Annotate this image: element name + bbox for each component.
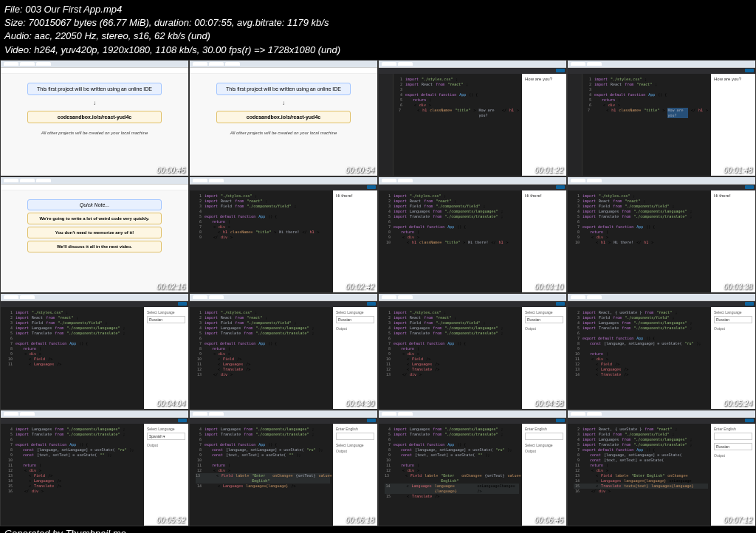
thumb-12[interactable]: 2import React, { useState } from "react"… xyxy=(567,293,756,410)
slide-note: All other projects will be created on yo… xyxy=(41,131,148,135)
thumb-6[interactable]: 1import "./styles.css"; 2import React fr… xyxy=(189,176,378,293)
timestamp: 00:03:10 xyxy=(535,283,563,291)
timestamp: 00:01:22 xyxy=(535,166,563,174)
timestamp: 00:01:48 xyxy=(724,166,752,174)
thumb-15[interactable]: 4import Languages from "./components/lan… xyxy=(378,410,567,526)
slide-title: This first project will be written using… xyxy=(27,83,162,95)
thumb-4[interactable]: 1import "./styles.css"; 2import React fr… xyxy=(567,60,756,176)
thumb-9[interactable]: 1import "./styles.css"; 2import React fr… xyxy=(0,293,189,410)
timestamp: 00:06:46 xyxy=(535,516,563,524)
timestamp: 00:07:12 xyxy=(724,516,752,524)
thumb-16[interactable]: 2import React, { useState } from "react"… xyxy=(567,410,756,526)
thumb-3[interactable]: 1import "./styles.css"; 2import React fr… xyxy=(378,60,567,176)
timestamp: 00:04:58 xyxy=(535,399,563,408)
audio-line: Audio: aac, 22050 Hz, stereo, s16, 62 kb… xyxy=(4,30,752,43)
thumb-10[interactable]: 1import "./styles.css"; 2import React fr… xyxy=(189,293,378,410)
thumb-7[interactable]: 1import "./styles.css"; 2import React fr… xyxy=(378,176,567,293)
file-line: File: 003 Our First App.mp4 xyxy=(4,3,752,16)
timestamp: 00:05:24 xyxy=(724,399,752,408)
thumb-11[interactable]: 1import "./styles.css"; 2import React fr… xyxy=(378,293,567,410)
size-line: Size: 70015067 bytes (66.77 MiB), durati… xyxy=(4,16,752,30)
arrow-down-icon: ↓ xyxy=(93,100,96,106)
metadata-header: File: 003 Our First App.mp4 Size: 700150… xyxy=(0,0,756,60)
thumb-5[interactable]: Quick Note... We're going to write a lot… xyxy=(0,176,189,293)
thumbnail-grid: This first project will be written using… xyxy=(0,60,756,526)
timestamp: 00:00:54 xyxy=(346,166,374,174)
slide-url: codesandbox.io/s/react-yud4c xyxy=(27,111,162,123)
timestamp: 00:00:46 xyxy=(157,166,185,174)
timestamp: 00:02:42 xyxy=(346,283,374,291)
timestamp: 00:04:04 xyxy=(157,399,185,408)
preview-pane: How are you? xyxy=(522,74,566,176)
footer-text: Generated by Thumbnail me xyxy=(0,526,756,533)
timestamp: 00:02:16 xyxy=(157,283,185,291)
thumb-2[interactable]: This first project will be written using… xyxy=(189,60,378,176)
timestamp: 00:05:52 xyxy=(157,516,185,524)
thumb-8[interactable]: 1import "./styles.css"; 2import React fr… xyxy=(567,176,756,293)
timestamp: 00:03:38 xyxy=(724,283,752,291)
timestamp: 00:06:18 xyxy=(346,516,374,524)
video-line: Video: h264, yuv420p, 1920x1080, 1108 kb… xyxy=(4,44,752,57)
thumb-13[interactable]: 4import Languages from "./components/lan… xyxy=(0,410,189,526)
timestamp: 00:04:30 xyxy=(346,399,374,408)
thumb-1[interactable]: This first project will be written using… xyxy=(0,60,189,176)
thumb-14[interactable]: 4import Languages from "./components/lan… xyxy=(189,410,378,526)
